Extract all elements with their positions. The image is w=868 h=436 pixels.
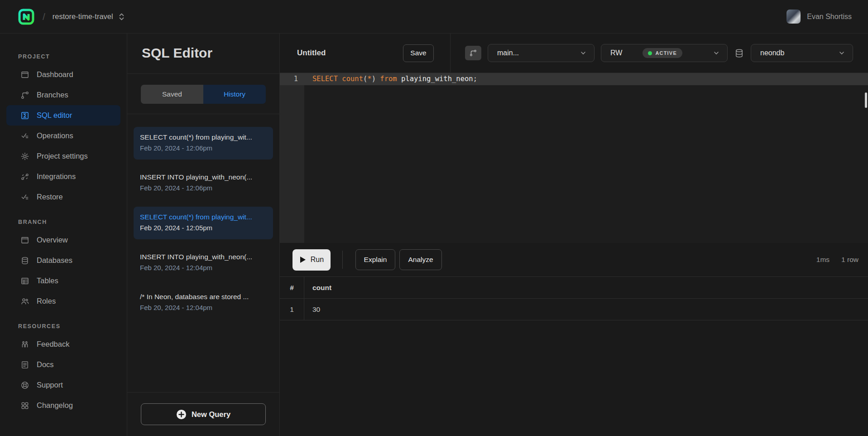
chevron-down-icon [580,49,587,57]
project-switcher[interactable]: restore-time-travel [53,12,125,21]
plus-icon [176,409,187,420]
sidebar-item-overview[interactable]: Overview [6,230,120,250]
editor-scrollbar[interactable] [865,92,867,108]
editor-gutter [280,73,304,243]
active-dot-icon [648,51,652,55]
chevron-down-icon [713,49,720,57]
updown-chevron-icon [119,13,125,21]
explain-button[interactable]: Explain [355,249,395,270]
tab-saved[interactable]: Saved [141,85,203,104]
history-date: Feb 20, 2024 - 12:04pm [140,262,267,273]
editor-toolbar: Untitled Save main... RW ACTIVE [280,34,868,73]
database-icon [734,48,744,58]
history-query: INSERT INTO playing_with_neon(... [140,252,267,262]
sidebar-item-label: Project settings [37,152,88,160]
code-text: SELECT count(*) from playing_with_neon; [304,73,477,85]
feedback-icon [20,340,29,349]
branch-icon [465,46,481,60]
sidebar-item-sql-editor[interactable]: SQL editor [6,105,120,126]
query-rowcount: 1 row [841,256,858,264]
sidebar-item-dashboard[interactable]: Dashboard [6,64,120,85]
new-query-button[interactable]: New Query [141,403,266,425]
users-icon [20,297,29,306]
breadcrumb-separator: / [43,11,45,22]
sidebar-item-restore[interactable]: Restore [6,187,120,207]
history-date: Feb 20, 2024 - 12:05pm [140,223,267,233]
analyze-button[interactable]: Analyze [399,249,442,270]
sidebar: PROJECT Dashboard Branches SQL editor Op… [0,34,127,436]
sidebar-item-label: Operations [37,131,73,140]
database-icon [20,256,29,265]
row-value: 30 [304,305,320,314]
overview-icon [20,236,29,245]
editor-pane: Untitled Save main... RW ACTIVE [280,34,868,436]
sidebar-item-branches[interactable]: Branches [6,85,120,105]
history-item-selected[interactable]: SELECT count(*) from playing_wit... Feb … [134,207,273,239]
history-list: SELECT count(*) from playing_wit... Feb … [127,114,279,392]
line-number: 1 [280,73,304,85]
sidebar-item-project-settings[interactable]: Project settings [6,146,120,166]
docs-icon [20,360,29,369]
compute-select[interactable]: RW ACTIVE [601,44,728,62]
sidebar-item-operations[interactable]: Operations [6,126,120,146]
results-header-row: # count [280,277,868,299]
query-stats: 1ms 1 row [816,256,858,264]
neon-logo-icon[interactable] [18,9,34,25]
branches-icon [20,91,29,100]
divider [342,251,343,269]
sidebar-item-label: SQL editor [37,111,72,120]
sidebar-item-label: Docs [37,360,54,369]
history-date: Feb 20, 2024 - 12:06pm [140,183,267,194]
compute-select-value: RW [610,49,622,57]
column-header-count: count [304,284,331,292]
dashboard-icon [20,70,29,79]
table-row[interactable]: 1 30 [280,299,868,320]
sidebar-item-feedback[interactable]: Feedback [6,334,120,354]
sidebar-item-label: Restore [37,193,63,201]
database-select[interactable]: neondb [751,44,853,62]
lifebuoy-icon [20,381,29,390]
sidebar-item-label: Support [37,381,63,389]
sidebar-item-label: Databases [37,256,72,265]
column-header-index: # [280,277,304,298]
sidebar-item-label: Changelog [37,401,73,410]
code-line-1: 1 SELECT count(*) from playing_with_neon… [280,73,868,85]
status-badge-label: ACTIVE [655,50,677,56]
history-item[interactable]: SELECT count(*) from playing_wit... Feb … [134,127,273,160]
history-date: Feb 20, 2024 - 12:06pm [140,143,267,154]
sidebar-item-support[interactable]: Support [6,375,120,395]
history-query: /* In Neon, databases are stored ... [140,291,267,302]
integrations-icon [20,172,29,181]
history-item[interactable]: INSERT INTO playing_with_neon(... Feb 20… [134,247,273,279]
sidebar-item-tables[interactable]: Tables [6,271,120,291]
sql-editor-icon [20,111,29,120]
sidebar-item-label: Feedback [37,340,69,349]
editor-actions: Run Explain Analyze 1ms 1 row [280,243,868,276]
history-item[interactable]: /* In Neon, databases are stored ... Feb… [134,286,273,319]
history-date: Feb 20, 2024 - 12:04pm [140,302,267,313]
user-name: Evan Shortiss [807,13,852,21]
branch-select[interactable]: main... [488,44,595,62]
history-query: SELECT count(*) from playing_wit... [140,132,267,143]
save-button[interactable]: Save [403,44,434,62]
history-item[interactable]: INSERT INTO playing_with_neon(... Feb 20… [134,167,273,199]
run-button[interactable]: Run [293,249,331,271]
sidebar-item-label: Overview [37,236,68,244]
tab-history[interactable]: History [203,85,266,104]
sidebar-item-databases[interactable]: Databases [6,250,120,271]
top-bar: / restore-time-travel Evan Shortiss [0,0,868,34]
sql-code-editor[interactable]: 1 SELECT count(*) from playing_with_neon… [280,73,868,243]
sidebar-section-branch: BRANCH [18,219,127,225]
page-title: SQL Editor [142,45,279,61]
sidebar-item-label: Tables [37,276,58,285]
play-icon [299,256,306,263]
sidebar-item-integrations[interactable]: Integrations [6,166,120,187]
restore-icon [20,193,29,202]
user-avatar[interactable] [786,10,801,24]
sidebar-item-changelog[interactable]: Changelog [6,395,120,416]
sidebar-item-roles[interactable]: Roles [6,291,120,311]
branch-select-value: main... [497,49,519,57]
gear-icon [20,152,29,161]
sidebar-item-docs[interactable]: Docs [6,354,120,375]
sidebar-item-label: Roles [37,297,56,305]
